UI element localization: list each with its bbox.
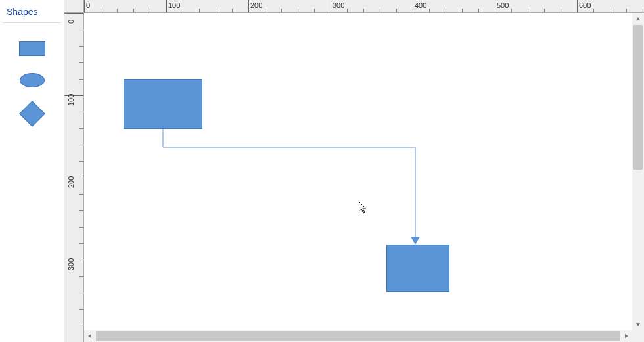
- ruler-h-minor: [183, 9, 183, 12]
- horizontal-scrollbar[interactable]: [84, 330, 632, 342]
- ruler-v-minor: [79, 62, 83, 63]
- ruler-v-label: 300: [67, 258, 75, 270]
- ruler-v-label: 200: [67, 176, 75, 188]
- ruler-h-label: 100: [166, 1, 180, 9]
- ruler-h-minor: [101, 9, 101, 12]
- palette-diamond[interactable]: [19, 101, 45, 127]
- ruler-v-minor: [79, 145, 83, 145]
- ruler-h-minor: [281, 9, 282, 12]
- ruler-v-minor: [79, 326, 83, 326]
- ruler-h-label: 500: [495, 1, 509, 9]
- ruler-h-label: 0: [84, 1, 90, 9]
- ruler-h-minor: [478, 9, 479, 12]
- palette-rectangle[interactable]: [19, 41, 45, 56]
- ruler-h-minor: [117, 9, 118, 12]
- scroll-corner: [632, 330, 644, 342]
- sidebar-title: Shapes: [0, 0, 64, 22]
- ruler-v-minor: [79, 128, 83, 129]
- ruler-v-major: [64, 13, 83, 14]
- scroll-up-icon[interactable]: [632, 13, 644, 25]
- app-root: Shapes 0100200300400500600 0100200300: [0, 0, 644, 342]
- ruler-h-minor: [511, 9, 512, 12]
- ruler-h-label: 300: [331, 1, 344, 9]
- connector-layer: [84, 13, 632, 330]
- ruler-h-minor: [396, 9, 397, 12]
- connector[interactable]: [163, 129, 415, 240]
- scroll-left-icon[interactable]: [84, 330, 96, 342]
- ruler-v-label: 100: [67, 94, 75, 106]
- ruler-h-minor: [216, 9, 216, 12]
- ruler-v-minor: [79, 30, 83, 30]
- ruler-h-minor: [446, 9, 446, 12]
- ruler-h-minor: [232, 9, 233, 12]
- ruler-v-minor: [79, 243, 83, 244]
- ruler-v-minor: [79, 194, 83, 195]
- connector-arrowhead-icon: [411, 237, 420, 245]
- ruler-v-minor: [79, 293, 83, 293]
- ruler-v-minor: [79, 276, 83, 277]
- ruler-h-minor: [150, 9, 150, 12]
- ruler-h-minor: [429, 9, 430, 12]
- shape-rectangle[interactable]: [124, 79, 202, 129]
- ruler-h-minor: [610, 9, 610, 12]
- ruler-h-minor: [544, 9, 545, 12]
- ruler-v-label: 0: [67, 20, 75, 24]
- vertical-ruler: 0100200300: [64, 13, 84, 342]
- ruler-v-minor: [79, 112, 83, 112]
- scroll-down-icon[interactable]: [632, 318, 644, 330]
- ruler-v-minor: [79, 227, 83, 228]
- ruler-h-minor: [626, 9, 627, 12]
- ruler-h-minor: [528, 9, 528, 12]
- diagram-canvas[interactable]: [84, 13, 632, 330]
- horizontal-ruler: 0100200300400500600: [84, 0, 644, 13]
- ruler-h-minor: [265, 9, 265, 12]
- ruler-h-minor: [593, 9, 594, 12]
- ruler-v-minor: [79, 309, 83, 310]
- palette-ellipse[interactable]: [20, 73, 45, 87]
- ruler-h-minor: [314, 9, 315, 12]
- ruler-h-minor: [347, 9, 348, 12]
- vertical-scroll-thumb[interactable]: [633, 25, 643, 170]
- ruler-h-minor: [643, 9, 643, 12]
- ruler-corner: [64, 0, 84, 13]
- ruler-h-label: 200: [248, 1, 262, 9]
- ruler-h-label: 600: [577, 1, 591, 9]
- ruler-h-minor: [561, 9, 561, 12]
- ruler-v-minor: [79, 46, 83, 47]
- shape-rectangle[interactable]: [386, 245, 449, 292]
- ruler-h-minor: [298, 9, 298, 12]
- ruler-h-minor: [133, 9, 134, 12]
- horizontal-scroll-thumb[interactable]: [96, 331, 620, 341]
- ruler-h-minor: [380, 9, 380, 12]
- ruler-h-label: 400: [413, 1, 426, 9]
- editor-main: 0100200300400500600 0100200300: [64, 0, 644, 342]
- ruler-h-minor: [199, 9, 200, 12]
- ruler-h-minor: [462, 9, 463, 12]
- ruler-h-minor: [363, 9, 364, 12]
- shapes-sidebar: Shapes: [0, 0, 64, 342]
- ruler-v-minor: [79, 210, 83, 211]
- scroll-right-icon[interactable]: [620, 330, 632, 342]
- ruler-v-minor: [79, 79, 83, 80]
- vertical-scrollbar[interactable]: [632, 13, 644, 330]
- shape-palette: [0, 23, 64, 141]
- ruler-v-minor: [79, 161, 83, 162]
